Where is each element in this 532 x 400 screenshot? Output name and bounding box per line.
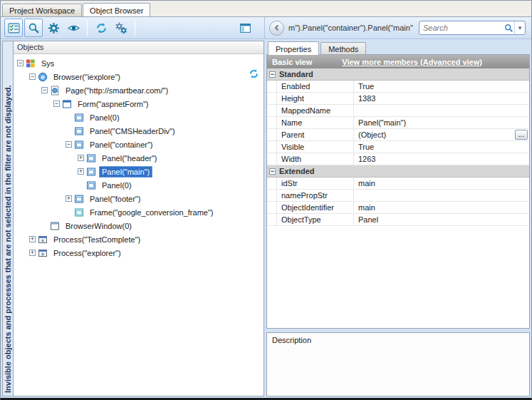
tree-node[interactable]: −Form("aspnetForm") <box>14 97 264 111</box>
process-icon <box>38 248 48 258</box>
tree-node-label: Panel("container") <box>87 139 156 150</box>
tab-project-workspace[interactable]: Project Workspace <box>2 4 82 16</box>
property-value[interactable]: True <box>354 81 529 92</box>
tree-node[interactable]: +Process("explorer") <box>14 246 264 260</box>
property-row[interactable]: NamePanel("main") <box>267 117 529 129</box>
tree-node[interactable]: Panel(0) <box>14 111 264 124</box>
property-row[interactable]: namePropStr <box>267 190 529 202</box>
view-mode-label: Basic view <box>272 58 312 66</box>
highlight-magnifier-button[interactable] <box>24 19 43 37</box>
gear-icon <box>48 22 60 34</box>
tree-indent <box>66 209 72 215</box>
tree-node[interactable]: −Panel("container") <box>14 138 264 151</box>
collapse-toggle-icon[interactable]: − <box>269 168 276 175</box>
property-value[interactable] <box>354 105 529 116</box>
property-row[interactable]: VisibleTrue <box>267 141 529 153</box>
expand-toggle-icon[interactable]: + <box>66 195 72 202</box>
collapse-toggle-icon[interactable]: − <box>53 101 60 107</box>
property-group-header[interactable]: −Extended <box>267 165 529 178</box>
search-icon[interactable] <box>503 24 514 33</box>
panel-icon <box>74 113 85 123</box>
tree-node[interactable]: +Panel("header") <box>14 151 264 165</box>
ellipsis-button[interactable]: ... <box>515 130 528 140</box>
tab-methods[interactable]: Methods <box>320 42 366 55</box>
property-grid: −StandardEnabledTrueHeight1383MappedName… <box>267 68 529 328</box>
property-row[interactable]: MappedName <box>267 105 529 117</box>
property-value[interactable]: 1383 <box>354 93 529 104</box>
filter-checklist-icon <box>8 22 20 34</box>
panel-window-icon <box>239 22 251 34</box>
property-row[interactable]: ObjectIdentifiermain <box>267 202 529 214</box>
collapse-toggle-icon[interactable]: − <box>41 87 48 93</box>
property-value-text: main <box>358 179 375 188</box>
property-value[interactable]: Panel <box>354 214 529 225</box>
filter-checklist-button[interactable] <box>4 19 23 37</box>
tree-node-label: Sys <box>38 58 57 69</box>
collapse-toggle-icon[interactable]: − <box>66 141 72 148</box>
expand-toggle-icon[interactable]: + <box>78 168 84 175</box>
property-value[interactable] <box>354 190 529 201</box>
filter-note: Invisible objects and processes that are… <box>2 41 13 396</box>
property-row[interactable]: ObjectTypePanel <box>267 214 529 226</box>
tree-node-label: Panel("footer") <box>87 193 143 205</box>
property-row[interactable]: EnabledTrue <box>267 81 529 93</box>
gear-button[interactable] <box>44 19 63 37</box>
toolbar-separator <box>135 20 135 36</box>
collapse-toggle-icon[interactable]: − <box>269 71 276 78</box>
tree-node[interactable]: +Process("TestComplete") <box>14 232 264 246</box>
properties-panel: Basic view View more members (Advanced v… <box>266 54 530 329</box>
window-icon <box>50 221 61 231</box>
property-value[interactable]: (Object)... <box>354 129 529 140</box>
property-value-text: main <box>358 203 375 212</box>
property-value[interactable]: main <box>354 178 529 189</box>
expand-toggle-icon[interactable]: + <box>29 236 36 242</box>
object-path[interactable]: m").Panel("container").Panel("main") <box>288 24 413 32</box>
property-name: Parent <box>277 129 354 140</box>
eye-button[interactable] <box>64 19 83 37</box>
property-name: Enabled <box>277 81 354 92</box>
search-dropdown-arrow-icon[interactable]: ▾ <box>514 21 525 34</box>
property-value[interactable]: 1263 <box>354 153 529 165</box>
property-value[interactable]: Panel("main") <box>354 117 529 128</box>
gears-tools-button[interactable] <box>112 19 130 37</box>
expand-toggle-icon[interactable]: + <box>29 250 36 256</box>
toolbar: m").Panel("container").Panel("main") ▾ <box>1 16 531 39</box>
page-icon <box>50 86 61 96</box>
tree-node[interactable]: BrowserWindow(0) <box>14 219 264 232</box>
tree-node[interactable]: −eBrowser("iexplore") <box>14 70 264 83</box>
tree-node[interactable]: −Page("http://smartbear.com/") <box>14 83 264 97</box>
property-group-header[interactable]: −Standard <box>267 68 529 81</box>
property-row[interactable]: Parent(Object)... <box>267 129 529 141</box>
refresh-icon <box>95 22 108 34</box>
collapse-toggle-icon[interactable]: − <box>29 73 36 80</box>
property-row[interactable]: idStrmain <box>267 178 529 190</box>
tree-node-label: Browser("iexplore") <box>51 71 123 83</box>
tree-node[interactable]: Panel(0) <box>14 178 264 192</box>
property-value-text: 1383 <box>358 94 375 103</box>
back-button[interactable] <box>269 21 284 36</box>
tab-properties[interactable]: Properties <box>268 41 319 55</box>
property-row[interactable]: Height1383 <box>267 93 529 105</box>
search-input[interactable] <box>419 24 503 32</box>
property-name: Visible <box>277 141 354 153</box>
panel-icon <box>86 167 97 177</box>
expand-toggle-icon[interactable]: + <box>78 155 84 161</box>
tree-node[interactable]: +Panel("footer") <box>14 192 264 205</box>
property-value[interactable]: main <box>354 202 529 213</box>
row-gutter <box>267 190 277 201</box>
refresh-indicator-icon[interactable] <box>249 68 259 81</box>
property-name: MappedName <box>277 105 354 116</box>
advanced-view-link[interactable]: View more members (Advanced view) <box>342 58 482 66</box>
collapse-toggle-icon[interactable]: − <box>17 60 24 66</box>
property-value-text: True <box>358 143 374 151</box>
tab-object-browser[interactable]: Object Browser <box>83 3 150 16</box>
toolbar-buttons <box>1 17 264 39</box>
tree-node[interactable]: Panel("CMSHeaderDiv") <box>14 124 264 138</box>
panel-window-button[interactable] <box>236 19 254 37</box>
tree-node[interactable]: +Panel("main") <box>14 165 264 178</box>
tree-node[interactable]: Frame("google_conversion_frame") <box>14 205 264 219</box>
property-value[interactable]: True <box>354 141 529 153</box>
property-row[interactable]: Width1263 <box>267 153 529 165</box>
refresh-button[interactable] <box>92 19 110 37</box>
tree-node[interactable]: −Sys <box>14 56 264 70</box>
